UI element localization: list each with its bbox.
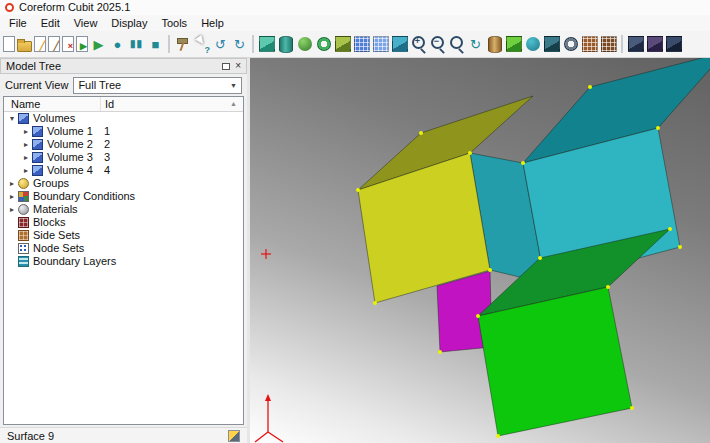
current-view-label: Current View: [5, 79, 68, 91]
volume-2-vertex-dot[interactable]: [656, 126, 660, 130]
close-journal-icon[interactable]: ×: [62, 36, 74, 52]
zoom-out-icon[interactable]: −: [429, 33, 446, 56]
rotate-view-icon[interactable]: ↻: [467, 33, 484, 56]
tree-row-blocks[interactable]: Blocks: [4, 216, 243, 229]
menu-file[interactable]: File: [2, 17, 34, 30]
volume-3-vertex-dot[interactable]: [438, 350, 442, 354]
menu-edit[interactable]: Edit: [34, 17, 67, 30]
volume-1-vertex-dot[interactable]: [373, 301, 377, 305]
expand-arrow-icon[interactable]: ▸: [7, 193, 17, 201]
exodus-cube-1-icon[interactable]: [627, 33, 644, 56]
tree-header[interactable]: Name Id ▲: [4, 97, 243, 112]
create-torus-icon[interactable]: [315, 33, 332, 56]
tree-row-materials[interactable]: ▸Materials: [4, 203, 243, 216]
expand-arrow-icon[interactable]: ▸: [21, 167, 31, 175]
select-mode-icon[interactable]: ?: [193, 33, 210, 56]
tree-item-id: 2: [104, 139, 110, 150]
volume-2-vertex-dot[interactable]: [588, 85, 592, 89]
zoom-fit-icon[interactable]: [448, 33, 465, 56]
title-bar: Coreform Cubit 2025.1: [0, 0, 710, 15]
volume-1-vertex-dot[interactable]: [419, 131, 423, 135]
sphere-tool-icon[interactable]: [524, 33, 541, 56]
volume-1-vertex-dot[interactable]: [488, 268, 492, 272]
create-sphere-icon[interactable]: [296, 33, 313, 56]
new-file-icon[interactable]: [3, 36, 15, 52]
block-tool-icon[interactable]: [581, 33, 598, 56]
save-journal-icon[interactable]: ╱: [34, 36, 46, 52]
volume-4-vertex-dot[interactable]: [606, 285, 610, 289]
pause-icon[interactable]: ▮▮: [128, 33, 145, 56]
webcut-icon[interactable]: [391, 33, 408, 56]
expand-arrow-icon[interactable]: ▸: [7, 206, 17, 214]
tree-row-groups[interactable]: ▸Groups: [4, 177, 243, 190]
expand-arrow-icon[interactable]: ▾: [7, 115, 17, 123]
status-tray-icon[interactable]: [228, 430, 240, 442]
brick-stack-icon[interactable]: [486, 33, 503, 56]
zoom-in-icon[interactable]: +: [410, 33, 427, 56]
volume-icon: [32, 139, 43, 150]
expand-arrow-icon[interactable]: ▸: [21, 128, 31, 136]
dock-header[interactable]: Model Tree ×: [0, 58, 247, 74]
exodus-cube-3-icon[interactable]: [665, 33, 682, 56]
create-brick-icon[interactable]: [258, 33, 275, 56]
volume-icon: [32, 152, 43, 163]
dark-cube-tool-icon[interactable]: [543, 33, 560, 56]
volume-1-vertex-dot[interactable]: [356, 188, 360, 192]
tree-item-label: Volume 3: [47, 152, 93, 163]
menu-display[interactable]: Display: [104, 17, 154, 30]
redo-icon[interactable]: ↻: [231, 33, 248, 56]
volume-tool-icon[interactable]: [505, 33, 522, 56]
tree-row-volume-4[interactable]: ▸Volume 44: [4, 164, 243, 177]
play-journal-icon[interactable]: ▶: [76, 36, 88, 52]
volume-2-vertex-dot[interactable]: [678, 245, 682, 249]
volume-4-vertex-dot[interactable]: [538, 256, 542, 260]
tree-item-label: Boundary Layers: [33, 256, 116, 267]
tree-row-volume-2[interactable]: ▸Volume 22: [4, 138, 243, 151]
create-prism-icon[interactable]: [334, 33, 351, 56]
graphics-viewport[interactable]: [250, 58, 710, 443]
tree-item-label: Side Sets: [33, 230, 80, 241]
close-panel-button[interactable]: ×: [235, 61, 241, 71]
play-icon[interactable]: ▶: [90, 33, 107, 56]
scene-canvas[interactable]: [250, 58, 710, 443]
tree-row-boundary-layers[interactable]: Boundary Layers: [4, 255, 243, 268]
axis-x-line: [255, 432, 268, 442]
sideset-tool-icon[interactable]: [600, 33, 617, 56]
menu-bar: FileEditViewDisplayToolsHelp: [0, 15, 710, 31]
edit-journal-icon[interactable]: ╱: [48, 36, 60, 52]
volume-2-vertex-dot[interactable]: [521, 161, 525, 165]
tree-row-node-sets[interactable]: Node Sets: [4, 242, 243, 255]
expand-arrow-icon[interactable]: ▸: [21, 141, 31, 149]
volume-4-vertex-dot[interactable]: [476, 314, 480, 318]
float-panel-button[interactable]: [222, 63, 230, 70]
open-file-icon[interactable]: [17, 41, 32, 52]
record-icon[interactable]: ●: [109, 33, 126, 56]
mesh-volume-icon[interactable]: [353, 33, 370, 56]
menu-view[interactable]: View: [67, 17, 105, 30]
tree-row-volume-3[interactable]: ▸Volume 33: [4, 151, 243, 164]
expand-arrow-icon[interactable]: ▸: [7, 180, 17, 188]
volume-4-vertex-dot[interactable]: [496, 434, 500, 438]
menu-tools[interactable]: Tools: [154, 17, 194, 30]
mesh-surface-icon[interactable]: [372, 33, 389, 56]
tree-row-volumes[interactable]: ▾Volumes: [4, 112, 243, 125]
exodus-cube-2-icon[interactable]: [646, 33, 663, 56]
column-header-id[interactable]: Id: [101, 98, 243, 110]
main-area: Model Tree × Current View Full Tree ▼ Na…: [0, 58, 710, 443]
create-cylinder-icon[interactable]: [277, 33, 294, 56]
column-header-name[interactable]: Name: [4, 97, 101, 111]
undo-icon[interactable]: ↺: [212, 33, 229, 56]
volume-1-vertex-dot[interactable]: [468, 151, 472, 155]
stop-icon[interactable]: ■: [147, 33, 164, 56]
ringed-sphere-tool-icon[interactable]: [562, 33, 579, 56]
group-icon: [18, 178, 29, 189]
expand-arrow-icon[interactable]: ▸: [21, 154, 31, 162]
tree-row-boundary-conditions[interactable]: ▸Boundary Conditions: [4, 190, 243, 203]
tree-row-side-sets[interactable]: Side Sets: [4, 229, 243, 242]
current-view-select[interactable]: Full Tree ▼: [73, 77, 242, 94]
menu-help[interactable]: Help: [194, 17, 231, 30]
volume-4-vertex-dot[interactable]: [668, 227, 672, 231]
tree-row-volume-1[interactable]: ▸Volume 11: [4, 125, 243, 138]
power-tools-icon[interactable]: [174, 33, 191, 56]
volume-4-vertex-dot[interactable]: [630, 406, 634, 410]
